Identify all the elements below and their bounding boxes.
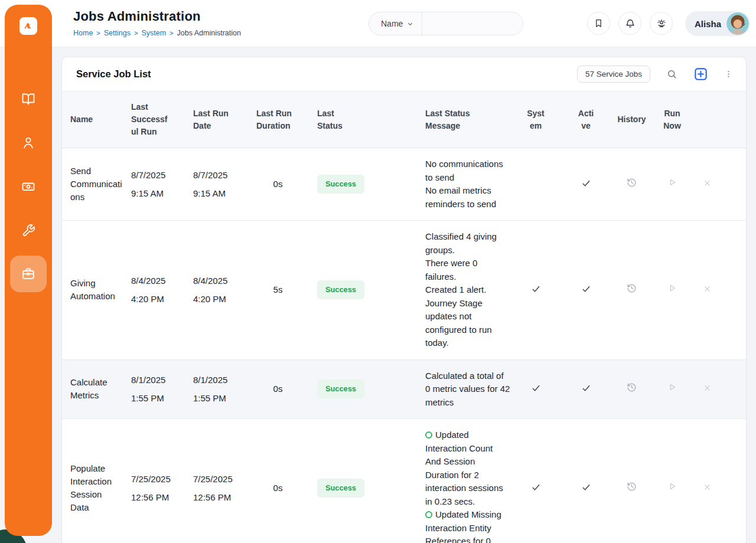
column-header-last-run-date[interactable]: Last Run Date [193,91,256,148]
global-search: Name [369,12,523,35]
last-status-cell: Success [317,419,425,543]
user-menu-caret[interactable] [740,19,747,30]
sidebar-item-people[interactable] [10,125,47,161]
topbar-icon-buttons [587,12,673,35]
column-header-name[interactable]: Name [62,91,131,148]
breadcrumb-home[interactable]: Home [73,29,93,37]
grid-search-button[interactable] [666,68,677,80]
check-icon [532,483,540,491]
play-icon [667,482,677,491]
search-filter-dropdown[interactable]: Name [369,12,422,35]
column-header-last-status[interactable]: Last Status [317,91,425,148]
chevron-down-icon [740,21,747,28]
close-icon [703,285,711,293]
sidebar-item-library[interactable] [10,81,47,117]
history-cell [614,419,653,543]
play-icon [667,283,677,293]
service-job-list-panel: Service Job List 57 Service Jobs Name La… [61,57,747,543]
top-bar: Jobs Administration Home > Settings > Sy… [0,0,756,47]
rock-logo[interactable] [19,17,37,35]
check-icon [532,285,540,293]
column-header-last-run-duration[interactable]: Last Run Duration [256,91,317,148]
run-now-button[interactable] [667,178,677,187]
add-job-button[interactable] [693,67,708,81]
run-now-button[interactable] [667,382,677,392]
active-cell [561,419,614,543]
status-badge: Success [317,280,364,299]
run-now-cell [653,359,695,419]
last-status-cell: Success [317,359,425,419]
delete-button[interactable] [703,285,711,293]
delete-cell [695,221,746,360]
last-status-message-cell: No communications to send No email metri… [425,148,514,221]
column-header-last-successful-run[interactable]: Last Successful Run [131,91,193,148]
page-title: Jobs Administration [73,9,241,24]
theme-toggle-button[interactable] [650,12,673,35]
table-row[interactable]: Giving Automation 8/4/2025 4:20 PM 8/4/2… [62,221,746,360]
status-badge: Success [317,175,364,194]
book-open-icon [21,92,35,106]
breadcrumb-system[interactable]: System [141,29,166,37]
run-now-button[interactable] [667,283,677,293]
delete-cell [695,359,746,419]
column-header-history[interactable]: History [614,91,653,148]
delete-button[interactable] [703,483,711,491]
last-run-date-cell: 8/7/2025 9:15 AM [193,148,256,221]
last-successful-run-cell: 8/7/2025 9:15 AM [131,148,193,221]
history-button[interactable] [627,178,637,188]
history-icon [627,382,637,392]
breadcrumb-current: Jobs Administration [177,29,241,37]
table-row[interactable]: Populate Interaction Session Data 7/25/2… [62,419,746,543]
column-header-last-status-message[interactable]: Last Status Message [425,91,514,148]
system-cell [514,221,561,360]
close-icon [703,179,711,187]
last-status-cell: Success [317,221,425,360]
last-status-message-cell: Updated Interaction Count And Session Du… [425,419,514,543]
system-cell [514,419,561,543]
table-row[interactable]: Send Communications 8/7/2025 9:15 AM 8/7… [62,148,746,221]
briefcase-icon [21,267,35,281]
breadcrumb-settings[interactable]: Settings [104,29,131,37]
delete-cell [695,148,746,221]
add-icon [693,67,708,81]
table-row[interactable]: Calculate Metrics 8/1/2025 1:55 PM 8/1/2… [62,359,746,419]
history-button[interactable] [627,382,637,392]
sidebar-item-finance[interactable] [10,168,47,205]
status-badge: Success [317,479,364,498]
close-icon [703,483,711,491]
banknote-icon [21,179,35,194]
breadcrumb-separator: > [170,30,173,37]
history-button[interactable] [627,482,637,492]
column-header-run-now[interactable]: Run Now [653,91,695,148]
last-run-date-cell: 8/4/2025 4:20 PM [193,221,256,360]
sidebar-item-tools[interactable] [10,212,47,248]
last-successful-run-cell: 8/1/2025 1:55 PM [131,359,193,419]
delete-button[interactable] [703,179,711,187]
column-header-system[interactable]: System [514,91,561,148]
delete-button[interactable] [703,384,711,392]
run-now-button[interactable] [667,482,677,491]
history-cell [614,359,653,419]
person-icon [21,136,35,150]
job-name-cell: Populate Interaction Session Data [62,419,131,543]
kebab-icon [724,68,733,80]
panel-actions: 57 Service Jobs [577,66,733,83]
notifications-button[interactable] [618,12,641,35]
sidebar-item-admin[interactable] [10,256,47,292]
column-header-actions [695,91,746,148]
history-cell [614,148,653,221]
column-header-active[interactable]: Active [561,91,614,148]
grid-options-button[interactable] [724,68,733,80]
last-run-date-cell: 7/25/2025 12:56 PM [193,419,256,543]
search-icon [666,68,677,80]
search-input[interactable] [422,12,546,35]
search-filter-label: Name [381,19,403,28]
job-name-cell: Calculate Metrics [62,359,131,419]
bookmark-button[interactable] [587,12,610,35]
run-now-cell [653,221,695,360]
last-status-message-cell: Calculated a total of 0 metric values fo… [425,359,514,419]
run-now-cell [653,148,695,221]
table-header-row: Name Last Successful Run Last Run Date L… [62,91,746,148]
history-button[interactable] [627,283,637,293]
last-run-duration-cell: 0s [256,419,317,543]
